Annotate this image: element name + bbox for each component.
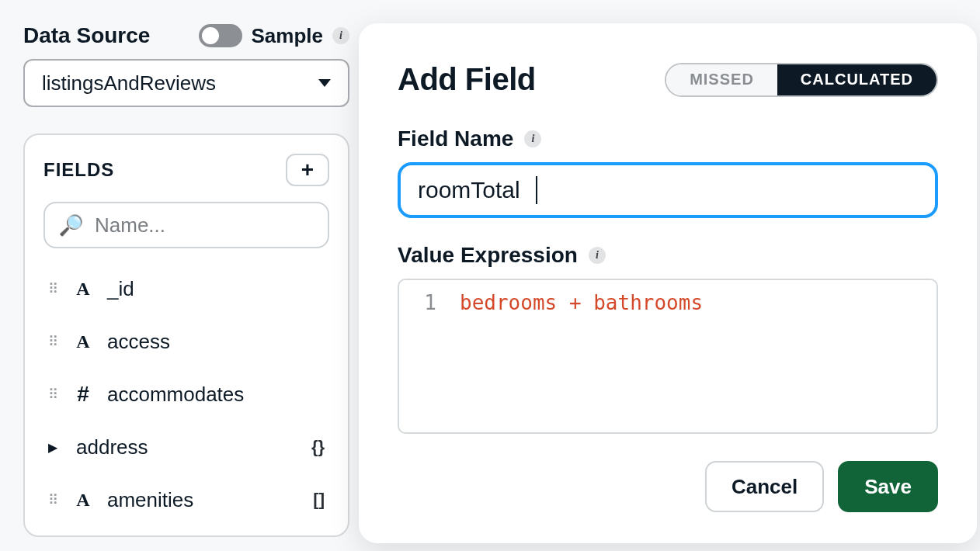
array-type-icon: []	[301, 490, 325, 510]
data-source-header: Data Source Sample i	[23, 23, 349, 48]
add-field-modal: Add Field MISSED CALCULATED Field Name i…	[359, 23, 977, 543]
value-expression-label-row: Value Expression i	[398, 243, 938, 268]
sample-toggle[interactable]	[199, 24, 242, 47]
tab-missed[interactable]: MISSED	[666, 64, 777, 95]
field-name-input-wrap	[398, 162, 938, 218]
tab-calculated[interactable]: CALCULATED	[777, 64, 937, 95]
save-button[interactable]: Save	[838, 461, 938, 512]
left-panel: Data Source Sample i listingsAndReviews …	[23, 23, 349, 537]
code-gutter: 1	[399, 280, 446, 432]
field-row-amenities[interactable]: ⠿ A amenities []	[43, 473, 329, 526]
fields-title: FIELDS	[43, 159, 114, 181]
field-name-label: _id	[107, 277, 325, 301]
field-row-id[interactable]: ⠿ A _id	[43, 262, 329, 315]
plus-icon: +	[301, 158, 314, 182]
data-source-toggle-group: Sample i	[199, 24, 350, 48]
fields-card: FIELDS + 🔍 ⠿ A _id ⠿ A access ⠿ # accomm…	[23, 133, 349, 537]
chevron-down-icon	[318, 79, 331, 87]
field-name-label: Field Name	[398, 126, 513, 151]
fields-search-input[interactable]	[95, 213, 347, 237]
modal-footer: Cancel Save	[398, 438, 938, 512]
type-number-icon: #	[73, 382, 93, 407]
fields-search[interactable]: 🔍	[43, 202, 329, 248]
field-name-label: amenities	[107, 488, 287, 512]
field-name-label: address	[76, 435, 287, 459]
toggle-knob	[202, 27, 219, 44]
line-number: 1	[408, 291, 436, 314]
field-row-accommodates[interactable]: ⠿ # accommodates	[43, 368, 329, 421]
drag-handle-icon[interactable]: ⠿	[48, 391, 59, 397]
drag-handle-icon[interactable]: ⠿	[48, 338, 59, 345]
field-name-input[interactable]	[398, 162, 938, 218]
expand-caret-icon[interactable]: ▶	[48, 440, 59, 455]
info-icon[interactable]: i	[332, 27, 349, 44]
data-source-selected-value: listingsAndReviews	[42, 71, 216, 95]
field-row-access[interactable]: ⠿ A access	[43, 315, 329, 368]
drag-handle-icon[interactable]: ⠿	[48, 286, 59, 292]
value-expression-label: Value Expression	[398, 243, 578, 268]
modal-header: Add Field MISSED CALCULATED	[398, 62, 938, 97]
drag-handle-icon[interactable]: ⠿	[48, 497, 59, 503]
sample-toggle-label: Sample	[252, 24, 324, 48]
object-type-icon: {}	[301, 437, 325, 457]
field-name-label: accommodates	[107, 383, 325, 407]
info-icon[interactable]: i	[589, 247, 606, 264]
info-icon[interactable]: i	[524, 130, 541, 147]
type-string-icon: A	[73, 490, 93, 511]
cancel-button[interactable]: Cancel	[705, 461, 824, 512]
add-field-button[interactable]: +	[286, 154, 329, 186]
search-icon: 🔍	[59, 213, 84, 237]
data-source-select[interactable]: listingsAndReviews	[23, 59, 349, 107]
value-expression-editor[interactable]: 1 bedrooms + bathrooms	[398, 279, 938, 434]
fields-header: FIELDS +	[43, 154, 329, 186]
field-type-segmented: MISSED CALCULATED	[665, 63, 938, 97]
field-row-address[interactable]: ▶ address {}	[43, 421, 329, 473]
field-name-label: access	[107, 330, 325, 354]
code-content[interactable]: bedrooms + bathrooms	[446, 280, 937, 432]
field-name-label-row: Field Name i	[398, 126, 938, 151]
text-caret	[536, 176, 537, 204]
type-string-icon: A	[73, 279, 93, 300]
type-string-icon: A	[73, 331, 93, 352]
modal-title: Add Field	[398, 62, 536, 97]
data-source-label: Data Source	[23, 23, 150, 48]
